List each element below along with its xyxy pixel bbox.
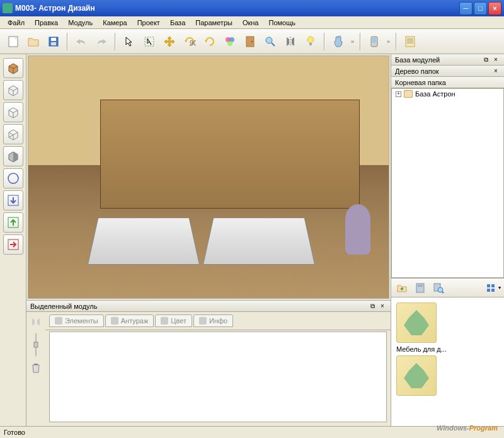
color-wheel-button[interactable] xyxy=(220,32,239,51)
toolbar-separator xyxy=(360,33,361,50)
rotate-button[interactable] xyxy=(200,32,219,51)
svg-rect-38 xyxy=(491,289,495,292)
svg-rect-19 xyxy=(406,37,415,47)
phone-icon xyxy=(370,35,379,48)
toolbar-expand[interactable]: » xyxy=(385,38,392,45)
cube-wire1-button[interactable] xyxy=(3,80,23,100)
redo-button[interactable] xyxy=(92,32,111,51)
close-button[interactable]: × xyxy=(488,2,501,15)
panel-close-button[interactable]: × xyxy=(378,302,387,311)
report-button[interactable] xyxy=(401,32,420,51)
svg-line-34 xyxy=(442,292,444,293)
tree-expand-icon[interactable]: + xyxy=(396,91,401,97)
folder-tree[interactable]: + База Астрон xyxy=(391,88,504,278)
svg-line-13 xyxy=(272,43,275,46)
new-file-button[interactable] xyxy=(4,32,23,51)
menubar: Файл Правка Модуль Камера Проект База Па… xyxy=(0,16,504,29)
bulb-button[interactable] xyxy=(301,32,320,51)
circle-button[interactable] xyxy=(3,168,23,188)
library-item[interactable] xyxy=(396,355,499,396)
info-icon xyxy=(199,317,207,325)
door-button[interactable] xyxy=(241,32,260,51)
mirror-button[interactable] xyxy=(281,32,300,51)
menu-module[interactable]: Модуль xyxy=(63,18,98,28)
up-arrow-button[interactable] xyxy=(3,212,23,233)
flip-tool[interactable] xyxy=(30,317,42,327)
search-server-icon xyxy=(433,282,444,294)
window-title: M003- Астрон Дизайн xyxy=(15,4,459,13)
open-button[interactable] xyxy=(24,32,43,51)
lib-up-button[interactable] xyxy=(394,280,410,296)
svg-rect-16 xyxy=(309,43,312,45)
bottom-panel: Выделенный модуль ⧉ × Элементы Антураж Ц… xyxy=(26,300,391,426)
library-items[interactable]: Мебель для д... xyxy=(391,297,504,426)
right-column: База модулей ⧉ × Дерево папок × Корневая… xyxy=(391,54,504,426)
door-icon xyxy=(244,35,256,48)
toolbar-separator xyxy=(115,33,116,50)
marquee-button[interactable] xyxy=(140,32,159,51)
menu-params[interactable]: Параметры xyxy=(190,18,238,28)
mirror-icon xyxy=(284,36,297,47)
window-titlebar: M003- Астрон Дизайн ─ □ × xyxy=(0,0,504,16)
phone-button[interactable] xyxy=(365,32,384,51)
menu-project[interactable]: Проект xyxy=(132,18,165,28)
window-controls: ─ □ × xyxy=(459,2,501,15)
svg-rect-18 xyxy=(372,38,376,43)
bed-right xyxy=(203,218,316,265)
svg-rect-10 xyxy=(246,37,254,47)
panel-close-button[interactable]: × xyxy=(491,67,500,76)
select-button[interactable] xyxy=(120,32,139,51)
save-icon xyxy=(48,36,59,47)
toolbar-expand[interactable]: » xyxy=(349,38,356,45)
lib-server-button[interactable] xyxy=(412,280,428,296)
color-wheel-icon xyxy=(224,35,236,48)
lib-search-button[interactable] xyxy=(430,280,447,296)
hand-button[interactable] xyxy=(329,32,348,51)
tree-panel-header: Дерево папок × xyxy=(391,66,504,77)
3d-viewport[interactable] xyxy=(28,55,389,299)
zoom-button[interactable] xyxy=(261,32,280,51)
svg-point-9 xyxy=(227,41,232,46)
cube-shade-button[interactable] xyxy=(3,146,23,166)
cube-solid-button[interactable] xyxy=(3,58,23,78)
bottom-panel-body xyxy=(49,331,387,422)
minimize-button[interactable]: ─ xyxy=(459,2,472,15)
panel-undock-button[interactable]: ⧉ xyxy=(368,302,377,311)
save-button[interactable] xyxy=(44,32,63,51)
svg-text:90: 90 xyxy=(190,39,196,47)
tab-color[interactable]: Цвет xyxy=(155,314,192,327)
library-item[interactable]: Мебель для д... xyxy=(396,303,499,353)
trash-tool[interactable] xyxy=(31,362,41,374)
maximize-button[interactable]: □ xyxy=(474,2,487,15)
move-button[interactable] xyxy=(160,32,179,51)
room-scene xyxy=(28,56,389,298)
panel-undock-button[interactable]: ⧉ xyxy=(481,55,490,64)
rotate90-button[interactable]: 90 xyxy=(180,32,199,51)
library-thumbnail xyxy=(396,303,437,343)
toolbar-separator xyxy=(396,33,397,50)
menu-base[interactable]: База xyxy=(165,18,190,28)
cube-wire3-button[interactable] xyxy=(3,124,23,144)
tab-info[interactable]: Инфо xyxy=(193,314,233,327)
new-file-icon xyxy=(8,35,19,48)
tab-entourage[interactable]: Антураж xyxy=(105,314,154,327)
tab-elements[interactable]: Элементы xyxy=(49,314,104,327)
slider-tool[interactable] xyxy=(33,332,38,357)
tree-item[interactable]: + База Астрон xyxy=(392,89,503,99)
panel-close-button[interactable]: × xyxy=(491,55,500,64)
bottom-panel-title: Выделенный модуль xyxy=(30,303,97,310)
lib-view-button[interactable]: ▾ xyxy=(485,280,501,296)
folder-open-icon xyxy=(27,36,40,47)
status-text: Готово xyxy=(4,429,25,436)
cube-wire2-button[interactable] xyxy=(3,102,23,122)
down-arrow-button[interactable] xyxy=(3,190,23,210)
menu-camera[interactable]: Камера xyxy=(98,18,132,28)
menu-windows[interactable]: Окна xyxy=(238,18,264,28)
svg-point-11 xyxy=(251,41,253,42)
menu-file[interactable]: Файл xyxy=(3,18,30,28)
undo-button[interactable] xyxy=(72,32,91,51)
toolbar-separator xyxy=(67,33,68,50)
right-arrow-button[interactable] xyxy=(3,234,23,255)
menu-help[interactable]: Помощь xyxy=(263,18,301,28)
menu-edit[interactable]: Правка xyxy=(30,18,63,28)
